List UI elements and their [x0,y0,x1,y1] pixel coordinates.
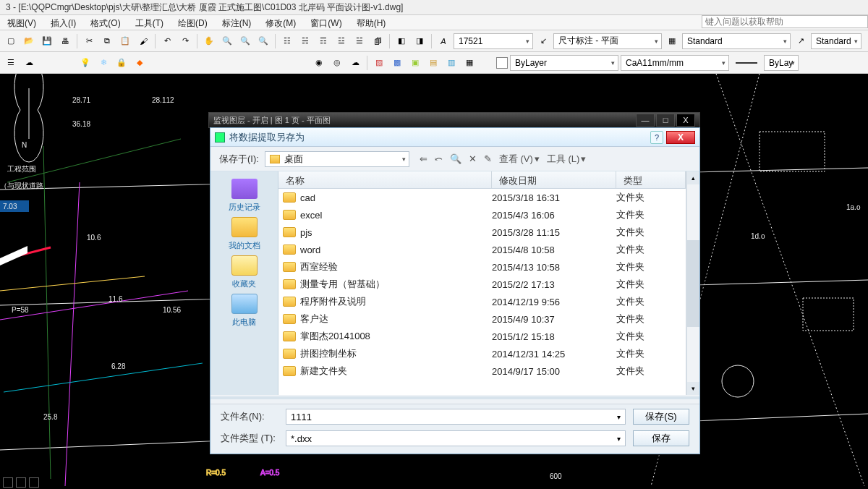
ortho-toggle[interactable] [29,477,39,488]
tool-align-icon[interactable]: ▥ [443,55,459,71]
menu-tools[interactable]: 工具(T) [128,15,171,30]
tool-sheetset-icon[interactable]: ☳ [333,33,349,49]
dimstyle-combo[interactable]: 尺寸标注 - 平面 [553,33,662,49]
file-row[interactable]: 拼图控制坐标2014/12/31 14:25文件夹 [278,345,686,362]
file-row[interactable]: cad2015/3/18 16:31文件夹 [278,189,686,206]
color-swatch[interactable] [496,57,508,69]
snap-toggle[interactable] [3,477,13,488]
standard-combo[interactable]: Standard [682,33,791,49]
tool-zoomwin-icon[interactable]: 🔍 [255,33,271,49]
subwin-minimize-button[interactable]: — [636,114,655,127]
tool-block-icon[interactable]: ◧ [393,33,409,49]
filename-input[interactable]: 1111 ▾ [286,409,626,425]
tool-paste-icon[interactable]: 📋 [117,33,133,49]
tool-region2-icon[interactable]: ▤ [425,55,441,71]
menu-window[interactable]: 窗口(W) [303,15,349,30]
text-size-combo[interactable]: 17521 [454,33,533,49]
tool-zoom-icon[interactable]: 🔍 [219,33,235,49]
file-row[interactable]: 新建文件夹2014/9/17 15:00文件夹 [278,362,686,380]
tool-toolpalettes-icon[interactable]: ☶ [315,33,331,49]
tool-undo-icon[interactable]: ↶ [159,33,175,49]
tool-lock-icon[interactable]: 🔒 [114,55,129,71]
col-name[interactable]: 名称 [278,171,492,188]
tool-layerprop-icon[interactable]: ☰ [3,55,19,71]
linetype-combo[interactable]: ByLay [764,55,799,71]
file-row[interactable]: 测量专用（智基础）2015/2/2 17:13文件夹 [278,276,686,293]
layer-combo[interactable]: ByLayer [510,55,618,71]
tool-zoomprev-icon[interactable]: 🔍 [237,33,253,49]
file-list-scrollbar[interactable]: ▴ ▾ [686,171,699,395]
file-row[interactable]: pjs2015/3/28 11:15文件夹 [278,224,686,241]
view-dropdown[interactable]: 查看 (V)▾ [499,153,540,166]
nav-search-icon[interactable]: 🔍 [450,153,461,164]
file-row[interactable]: excel2015/4/3 16:06文件夹 [278,206,686,224]
tool-redo-icon[interactable]: ↷ [177,33,193,49]
tool-copy-icon[interactable]: ⧉ [99,33,115,49]
tool-gradient-icon[interactable]: ▩ [389,55,405,71]
file-row[interactable]: 客户达2015/4/9 10:37文件夹 [278,310,686,328]
tool-xref-icon[interactable]: ◨ [412,33,427,49]
menu-dimension[interactable]: 标注(N) [215,15,259,30]
filetype-combo[interactable]: *.dxx ▾ [286,430,626,446]
menu-help[interactable]: 帮助(H) [349,15,393,30]
file-list[interactable]: 名称 修改日期 类型 cad2015/3/18 16:31文件夹excel201… [278,171,686,395]
tool-open-icon[interactable]: 📂 [21,33,37,49]
tool-dimension-icon[interactable]: ↙ [535,33,551,49]
nav-up-icon[interactable]: ⤺ [435,153,443,164]
tool-bulb-icon[interactable]: 💡 [77,55,93,71]
menu-draw[interactable]: 绘图(D) [171,15,215,30]
tool-properties-icon[interactable]: ☷ [279,33,295,49]
file-row[interactable]: 掌图杰201410082015/1/2 15:18文件夹 [278,328,686,345]
location-combo[interactable]: 桌面 ▾ [265,151,409,167]
help-search-input[interactable] [702,15,868,28]
scroll-down-icon[interactable]: ▾ [687,382,699,395]
tool-wipeout-icon[interactable]: ◎ [329,55,345,71]
dialog-help-button[interactable]: ? [650,131,663,144]
scroll-thumb[interactable] [687,240,699,327]
standard2-combo[interactable]: Standard [811,33,861,49]
file-row[interactable]: 程序附件及说明2014/12/19 9:56文件夹 [278,293,686,310]
menu-format[interactable]: 格式(O) [83,15,127,30]
col-type[interactable]: 类型 [616,171,686,188]
col-date[interactable]: 修改日期 [492,171,616,188]
file-row[interactable]: 西室经验2015/4/13 10:58文件夹 [278,258,686,276]
tool-markup-icon[interactable]: ☱ [352,33,367,49]
nav-delete-icon[interactable]: ✕ [469,153,477,164]
places-item[interactable]: 收藏夹 [231,255,258,289]
tool-save-icon[interactable]: 💾 [39,33,55,49]
tool-designcenter-icon[interactable]: ☵ [297,33,313,49]
colorname-combo[interactable]: CaA11mm/mm [621,55,729,71]
subwin-maximize-button[interactable]: □ [656,114,675,127]
places-item[interactable]: 我的文档 [229,217,260,251]
tool-new-icon[interactable]: ▢ [3,33,19,49]
tool-region-icon[interactable]: ◉ [311,55,327,71]
tool-revcloud-icon[interactable]: ☁ [347,55,363,71]
save-button-secondary[interactable]: 保存 [633,430,689,446]
tool-table-icon[interactable]: ▦ [664,33,680,49]
tool-hatch-icon[interactable]: ▨ [371,55,387,71]
tool-layercolor-icon[interactable]: ◆ [132,55,148,71]
scroll-up-icon[interactable]: ▴ [687,171,699,184]
save-button[interactable]: 保存(S) [633,409,689,425]
tool-calc-icon[interactable]: 🗐 [370,33,386,49]
menu-modify[interactable]: 修改(M) [258,15,303,30]
nav-back-icon[interactable]: ⇐ [420,153,427,164]
tools-dropdown[interactable]: 工具 (L)▾ [547,153,587,166]
tool-extend-icon[interactable]: ▦ [461,55,477,71]
tool-print-icon[interactable]: 🖶 [57,33,73,49]
places-item[interactable]: 此电脑 [231,294,258,328]
dialog-close-button[interactable]: X [666,131,695,144]
tool-boundary-icon[interactable]: ▣ [407,55,423,71]
tool-freeze-icon[interactable]: ❄ [95,55,111,71]
places-item[interactable]: 历史记录 [229,179,260,213]
subwin-close-button[interactable]: X [676,114,695,127]
tool-match-icon[interactable]: 🖌 [135,33,151,49]
nav-newfolder-icon[interactable]: ✎ [484,153,492,164]
menu-view[interactable]: 视图(V) [0,15,43,30]
tool-pan-icon[interactable]: ✋ [201,33,217,49]
grid-toggle[interactable] [16,477,26,488]
tool-layer-icon[interactable]: ☁ [21,55,37,71]
file-row[interactable]: word2015/4/8 10:58文件夹 [278,241,686,258]
tool-cut-icon[interactable]: ✂ [81,33,97,49]
tool-text-icon[interactable]: A [435,33,451,49]
